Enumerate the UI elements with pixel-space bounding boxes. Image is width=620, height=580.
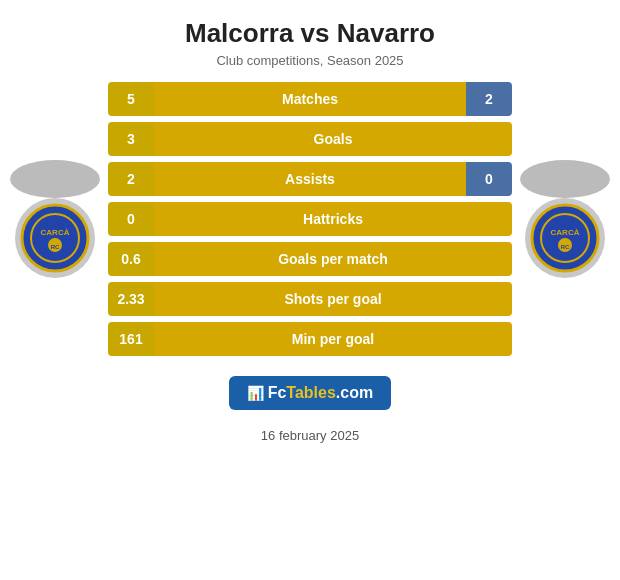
logo-com: .com (336, 384, 373, 401)
svg-text:RC: RC (561, 244, 570, 250)
left-team-badge: CARCÀ RC (10, 160, 100, 278)
stat-left-val-min-per-goal: 161 (108, 322, 154, 356)
stat-row-assists: 2Assists0 (108, 162, 512, 196)
stat-left-val-hattricks: 0 (108, 202, 154, 236)
content-area: CARCÀ RC 5Matches23Goals2Assists00Hattri… (0, 72, 620, 356)
svg-text:RC: RC (51, 244, 60, 250)
logo-tables: Tables (286, 384, 336, 401)
stat-label-goals: Goals (154, 122, 512, 156)
stat-left-val-assists: 2 (108, 162, 154, 196)
logo-fc: Fc (268, 384, 287, 401)
left-oval (10, 160, 100, 198)
fctables-logo: 📊 FcTables.com (229, 376, 391, 410)
date-footer: 16 february 2025 (261, 428, 359, 443)
right-team-badge: CARCÀ RC (520, 160, 610, 278)
stat-left-val-goals-per-match: 0.6 (108, 242, 154, 276)
stat-label-shots-per-goal: Shots per goal (154, 282, 512, 316)
stat-row-hattricks: 0Hattricks (108, 202, 512, 236)
stat-label-hattricks: Hattricks (154, 202, 512, 236)
left-team-logo: CARCÀ RC (15, 198, 95, 278)
right-oval (520, 160, 610, 198)
stat-left-val-goals: 3 (108, 122, 154, 156)
stat-row-min-per-goal: 161Min per goal (108, 322, 512, 356)
stat-left-val-shots-per-goal: 2.33 (108, 282, 154, 316)
stats-column: 5Matches23Goals2Assists00Hattricks0.6Goa… (108, 82, 512, 356)
stat-row-goals: 3Goals (108, 122, 512, 156)
stat-left-val-matches: 5 (108, 82, 154, 116)
title-section: Malcorra vs Navarro Club competitions, S… (175, 0, 445, 72)
stat-right-val-assists: 0 (466, 162, 512, 196)
stat-label-goals-per-match: Goals per match (154, 242, 512, 276)
stat-row-matches: 5Matches2 (108, 82, 512, 116)
subtitle: Club competitions, Season 2025 (185, 53, 435, 68)
stat-label-assists: Assists (154, 162, 466, 196)
stat-row-shots-per-goal: 2.33Shots per goal (108, 282, 512, 316)
right-team-logo: CARCÀ RC (525, 198, 605, 278)
stat-row-goals-per-match: 0.6Goals per match (108, 242, 512, 276)
stat-right-val-matches: 2 (466, 82, 512, 116)
stat-label-min-per-goal: Min per goal (154, 322, 512, 356)
svg-text:CARCÀ: CARCÀ (551, 228, 580, 237)
svg-text:CARCÀ: CARCÀ (41, 228, 70, 237)
stat-label-matches: Matches (154, 82, 466, 116)
page-title: Malcorra vs Navarro (185, 18, 435, 49)
logo-area: 📊 FcTables.com (221, 368, 399, 418)
